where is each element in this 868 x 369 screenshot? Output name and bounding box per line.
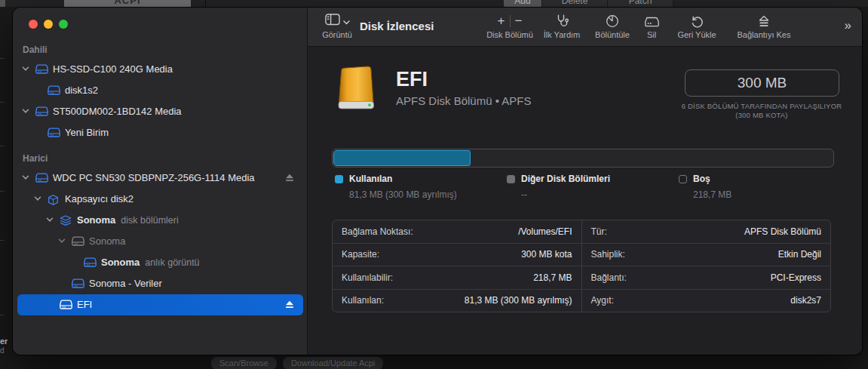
background-app-bottom-strip: [0, 355, 868, 369]
sidebar-section-harici: HariciWDC PC SN530 SDBPNPZ-256G-1114 Med…: [17, 149, 303, 315]
toolbar: Görüntü Disk İzlencesi +−Disk Bölümüİlk …: [308, 8, 862, 47]
info-label: Bağlama Noktası:: [342, 226, 413, 237]
background-row-divider: [0, 102, 5, 103]
legend-head: Diğer Disk Bölümleri: [507, 174, 610, 184]
sidebar-item-wdc-pc-sn530-sdbpnpz-256g-1114-media[interactable]: WDC PC SN530 SDBPNPZ-256G-1114 Media: [17, 168, 303, 189]
window-title: Disk İzlencesi: [360, 20, 434, 32]
chevron-down-icon: [343, 14, 350, 28]
info-value: /Volumes/EFI: [518, 226, 572, 237]
volume-icon: [334, 65, 378, 113]
sidebar: DahiliHS-SSD-C100 240G Mediadisk1s2ST500…: [13, 8, 308, 355]
info-column: Bağlama Noktası:/Volumes/EFIKapasite:300…: [333, 220, 581, 312]
sidebar-section-dahili: DahiliHS-SSD-C100 240G Mediadisk1s2ST500…: [17, 41, 303, 143]
sidebar-toggle-icon: [325, 14, 340, 29]
background-tab-acpi[interactable]: ACPI: [64, 0, 191, 7]
size-badge: 300 MB: [685, 69, 839, 97]
sidebar-item-yeni-birim[interactable]: Yeni Birim: [17, 122, 303, 143]
view-button[interactable]: Görüntü: [315, 13, 359, 39]
sidebar-item-label: EFI: [77, 294, 92, 315]
minimize-button[interactable]: [44, 20, 53, 29]
drive-icon: [60, 300, 72, 309]
drive-icon: [48, 85, 60, 95]
background-button-delete[interactable]: Delete: [542, 0, 608, 7]
sidebar-item-sonoma[interactable]: Sonoma: [17, 231, 303, 252]
sidebar-item-label: Yeni Birim: [65, 122, 109, 143]
legend-swatch-other: [507, 175, 515, 183]
eject-icon[interactable]: [285, 174, 294, 182]
background-divider: [205, 0, 206, 7]
sidebar-section-title: Dahili: [17, 41, 303, 59]
info-label: Kullanılan:: [342, 295, 384, 306]
sidebar-item-st500dm002-1bd142-media[interactable]: ST500DM002-1BD142 Media: [17, 101, 303, 122]
info-row-kullan-labilir: Kullanılabilir:218,7 MB: [333, 266, 581, 289]
background-button-scan-browse[interactable]: Scan/Browse: [211, 357, 277, 369]
sidebar-item-label: ST500DM002-1BD142 Media: [53, 101, 182, 122]
sidebar-item-disk1s2[interactable]: disk1s2: [17, 80, 303, 101]
drive-icon: [84, 257, 97, 267]
sidebar-item-label: Sonoma - Veriler: [89, 273, 162, 294]
info-row-kullan-lan: Kullanılan:81,3 MB (300 MB ayrılmış): [333, 289, 581, 312]
eject-icon[interactable]: [285, 300, 294, 309]
info-row-kapasite: Kapasite:300 MB kota: [333, 243, 581, 266]
drive-icon: [35, 106, 48, 116]
info-row-sahiplik: Sahiplik:Etkin Değil: [582, 243, 831, 266]
zoom-button[interactable]: [59, 20, 68, 29]
container-icon: [48, 194, 59, 206]
background-button-download-update-acpi[interactable]: Download/Update Acpi: [283, 357, 383, 369]
sidebar-item-label: HS-SSD-C100 240G Media: [53, 59, 173, 80]
legend-label: Kullanılan: [349, 174, 392, 184]
legend-value: --: [521, 189, 610, 200]
background-text-fragment: en: [0, 337, 8, 346]
background-row-divider: [0, 240, 5, 241]
sidebar-item-efi[interactable]: EFI: [17, 294, 303, 315]
background-row-divider: [0, 146, 5, 146]
sidebar-item-sonoma-disk-b-l-mleri[interactable]: Sonomadisk bölümleri: [17, 210, 303, 231]
info-label: Tür:: [591, 226, 607, 237]
toolbar-overflow-button[interactable]: »: [845, 18, 851, 33]
sidebar-item-sonoma-anl-k-g-r-nt[interactable]: Sonomaanlık görüntü: [17, 252, 303, 273]
legend-label: Boş: [693, 174, 710, 184]
sidebar-item-sonoma-veriler[interactable]: Sonoma - Veriler: [17, 273, 303, 294]
legend-item-kullan-lan: Kullanılan81,3 MB (300 MB ayrılmış): [335, 174, 457, 200]
info-label: Bağlantı:: [591, 272, 627, 283]
drive-icon: [72, 236, 84, 246]
disclosure-chevron-icon[interactable]: [22, 66, 29, 72]
background-text-fragment: d: [0, 346, 8, 355]
sidebar-item-label: WDC PC SN530 SDBPNPZ-256G-1114 Media: [53, 168, 255, 189]
disclosure-chevron-icon[interactable]: [46, 217, 54, 223]
info-label: Kullanılabilir:: [342, 272, 393, 283]
info-value: APFS Disk Bölümü: [744, 226, 821, 237]
info-table: Bağlama Noktası:/Volumes/EFIKapasite:300…: [332, 220, 831, 312]
info-value: Etkin Değil: [778, 249, 821, 260]
sidebar-item-label: Sonoma: [89, 231, 125, 252]
toolbar-button-ba-lant-y-kes[interactable]: Bağlantıyı Kes: [722, 13, 805, 39]
disclosure-chevron-icon[interactable]: [22, 109, 29, 114]
info-row-ba-lama-noktas: Bağlama Noktası:/Volumes/EFI: [333, 220, 581, 243]
sidebar-item-label: Kapsayıcı disk2: [65, 189, 133, 210]
disclosure-chevron-icon[interactable]: [58, 238, 66, 244]
background-button-add[interactable]: Add: [504, 0, 542, 7]
usage-bar-fill: [333, 150, 471, 166]
background-button-patch[interactable]: Patch: [608, 0, 673, 7]
sidebar-item-hs-ssd-c100-240g-media[interactable]: HS-SSD-C100 240G Media: [17, 59, 303, 80]
unmount-icon: [722, 13, 805, 29]
sidebar-item-kapsay-c-disk2[interactable]: Kapsayıcı disk2: [17, 189, 303, 210]
disclosure-chevron-icon[interactable]: [34, 196, 41, 201]
legend-label: Diğer Disk Bölümleri: [521, 174, 610, 184]
stack-icon: [60, 215, 72, 226]
close-button[interactable]: [29, 20, 38, 29]
legend-swatch-used: [335, 175, 343, 183]
info-column: Tür:APFS Disk BölümüSahiplik:Etkin Değil…: [581, 220, 831, 312]
device-tree: DahiliHS-SSD-C100 240G Mediadisk1s2ST500…: [17, 41, 303, 315]
drive-icon: [35, 64, 48, 74]
legend-head: Kullanılan: [335, 174, 457, 184]
drive-icon: [35, 173, 48, 183]
disclosure-chevron-icon[interactable]: [22, 175, 29, 180]
size-caption: 6 DİSK BÖLÜMÜ TARAFINDAN PAYLAŞILIYOR: [641, 102, 868, 110]
sidebar-section-title: Harici: [17, 149, 303, 168]
legend-head: Boş: [679, 174, 732, 184]
volume-name: EFI: [396, 68, 428, 91]
info-value: 218,7 MB: [533, 272, 572, 283]
background-segmented-control: AddDeletePatch: [504, 0, 673, 7]
disk-utility-window: DahiliHS-SSD-C100 240G Mediadisk1s2ST500…: [13, 8, 862, 355]
